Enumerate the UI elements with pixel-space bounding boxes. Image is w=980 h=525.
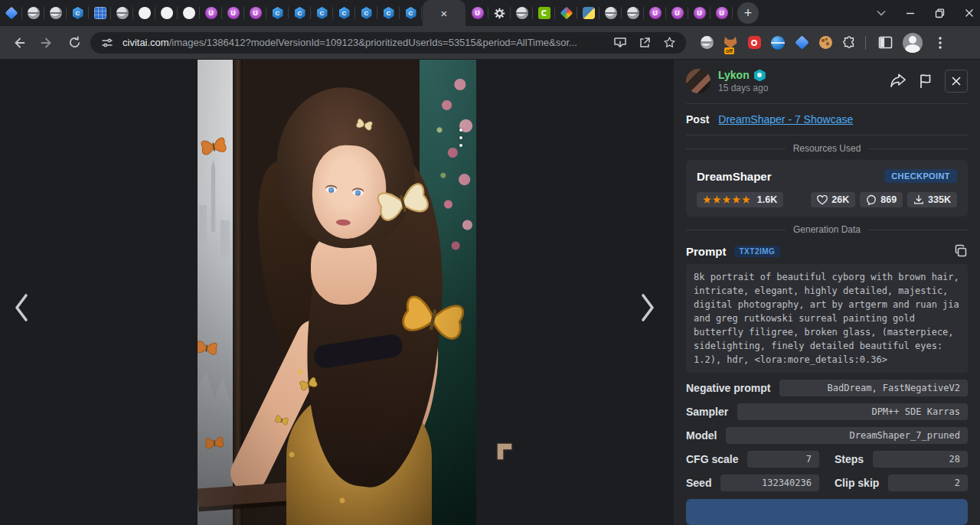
extension-cookie-icon[interactable] bbox=[817, 34, 834, 51]
extension-red-o-icon[interactable] bbox=[746, 34, 763, 51]
pinned-tab[interactable] bbox=[0, 0, 22, 26]
star-icon: ★ bbox=[742, 195, 750, 204]
tab-close-icon[interactable]: × bbox=[436, 6, 452, 21]
copy-generation-data-button[interactable] bbox=[686, 499, 968, 525]
pinned-tab[interactable] bbox=[577, 0, 599, 26]
pinned-tab[interactable]: C bbox=[289, 0, 311, 26]
share-page-icon[interactable] bbox=[635, 34, 654, 52]
forward-icon[interactable] bbox=[35, 31, 58, 54]
install-icon[interactable] bbox=[611, 34, 629, 52]
pinned-tab[interactable]: U bbox=[666, 0, 688, 26]
seed-value[interactable]: 132340236 bbox=[720, 474, 819, 491]
model-value[interactable]: DreamShaper_7_pruned bbox=[726, 427, 968, 444]
bookmark-star-icon[interactable] bbox=[660, 34, 678, 52]
address-bar[interactable]: civitai.com/images/1386412?modelVersionI… bbox=[90, 32, 686, 54]
resources-section-divider: Resources Used bbox=[686, 143, 968, 154]
github-icon bbox=[161, 7, 173, 19]
pinned-tab[interactable]: U bbox=[688, 0, 710, 26]
active-tab[interactable]: × bbox=[423, 0, 466, 26]
next-image-button[interactable] bbox=[631, 291, 665, 324]
url-domain: civitai.com bbox=[122, 37, 169, 48]
side-panel-icon[interactable] bbox=[874, 31, 897, 54]
pinned-tab[interactable] bbox=[22, 0, 44, 26]
pinned-tab[interactable]: U bbox=[222, 0, 244, 26]
browser-menu-icon[interactable] bbox=[929, 31, 952, 54]
civitai-icon: C bbox=[384, 7, 394, 19]
model-label: Model bbox=[686, 429, 717, 442]
pinned-tab[interactable]: U bbox=[244, 0, 266, 26]
negative-prompt-value[interactable]: BadDream, FastNegativeV2 bbox=[779, 380, 968, 396]
pinned-tab[interactable]: C bbox=[266, 0, 289, 26]
extension-globe-icon[interactable] bbox=[698, 34, 715, 51]
steps-value[interactable]: 28 bbox=[873, 451, 968, 468]
extension-fox-icon[interactable]: off bbox=[722, 34, 739, 51]
resource-card[interactable]: DreamShaper CHECKPOINT ★★★★★ 1.6K 26K bbox=[686, 160, 968, 217]
copy-generation-icon[interactable] bbox=[954, 244, 968, 258]
pinned-tab[interactable] bbox=[555, 0, 577, 26]
prompt-text[interactable]: 8k portrait of beautiful cyborg with bro… bbox=[686, 264, 968, 373]
pinned-tab[interactable] bbox=[488, 0, 511, 26]
browser-toolbar: civitai.com/images/1386412?modelVersionI… bbox=[0, 26, 980, 60]
pinned-tab[interactable] bbox=[622, 0, 644, 26]
github-icon bbox=[139, 7, 151, 19]
pinned-tab[interactable]: U bbox=[710, 0, 733, 26]
pinned-tab[interactable]: U bbox=[200, 0, 222, 26]
pinned-tab[interactable]: C bbox=[311, 0, 333, 26]
rating-pill[interactable]: ★★★★★ 1.6K bbox=[697, 192, 783, 207]
pinned-tabs-left: CUUUCCCCCCC bbox=[0, 0, 422, 26]
civitai-icon: C bbox=[295, 7, 305, 19]
likes-pill[interactable]: 26K bbox=[811, 192, 855, 207]
pinned-tab[interactable]: U bbox=[466, 0, 488, 26]
previous-image-button[interactable] bbox=[5, 291, 38, 324]
pinned-tab[interactable] bbox=[511, 0, 533, 26]
clip-skip-value[interactable]: 2 bbox=[888, 474, 968, 491]
downloads-pill[interactable]: 335K bbox=[907, 192, 957, 207]
new-tab-button[interactable]: + bbox=[737, 2, 759, 24]
extensions-puzzle-icon[interactable] bbox=[841, 34, 858, 51]
post-link[interactable]: DreamShaper - 7 Showcase bbox=[718, 113, 853, 126]
pinned-tab[interactable]: C bbox=[400, 0, 422, 26]
pinned-tab[interactable] bbox=[111, 0, 133, 26]
pinned-tab[interactable]: U bbox=[644, 0, 666, 26]
pinned-tab[interactable] bbox=[155, 0, 178, 26]
restore-icon[interactable] bbox=[935, 8, 945, 18]
pinned-tab[interactable] bbox=[178, 0, 200, 26]
sampler-value[interactable]: DPM++ SDE Karras bbox=[737, 403, 968, 420]
close-window-icon[interactable] bbox=[965, 8, 974, 18]
profile-avatar-icon[interactable] bbox=[901, 31, 924, 54]
pinned-tab[interactable]: C bbox=[67, 0, 89, 26]
image-viewer-photo[interactable] bbox=[198, 60, 476, 525]
comments-pill[interactable]: 869 bbox=[860, 192, 903, 207]
pinned-tab[interactable]: C bbox=[355, 0, 377, 26]
pinned-tab[interactable] bbox=[133, 0, 155, 26]
reload-icon[interactable] bbox=[63, 31, 86, 54]
back-icon[interactable] bbox=[8, 31, 31, 54]
extension-sphere-icon[interactable] bbox=[769, 34, 786, 51]
steps-label: Steps bbox=[835, 453, 864, 465]
pinned-tab[interactable] bbox=[44, 0, 67, 26]
image-options-menu[interactable] bbox=[456, 127, 466, 148]
pinned-tab[interactable] bbox=[599, 0, 622, 26]
pinned-tab[interactable]: C bbox=[377, 0, 400, 26]
heart-icon bbox=[817, 195, 828, 205]
negative-prompt-label: Negative prompt bbox=[686, 382, 770, 394]
resource-name[interactable]: DreamShaper bbox=[697, 170, 772, 183]
user-avatar[interactable] bbox=[686, 69, 710, 93]
pinned-tab[interactable] bbox=[89, 0, 111, 26]
pinned-tab[interactable] bbox=[533, 0, 555, 26]
seed-row: Seed 132340236 bbox=[686, 474, 819, 491]
python-icon bbox=[583, 7, 595, 19]
report-flag-icon[interactable] bbox=[919, 73, 933, 89]
comment-icon bbox=[866, 194, 877, 205]
verified-badge-icon bbox=[754, 69, 766, 81]
close-viewer-button[interactable] bbox=[945, 70, 968, 93]
minimize-icon[interactable] bbox=[906, 8, 915, 18]
tab-search-chevron-icon[interactable] bbox=[877, 10, 886, 16]
site-info-icon[interactable] bbox=[98, 34, 116, 52]
extension-gem-icon[interactable] bbox=[793, 34, 810, 51]
pinned-tab[interactable]: C bbox=[333, 0, 355, 26]
share-icon[interactable] bbox=[890, 73, 906, 89]
username-link[interactable]: Lykon bbox=[718, 69, 750, 81]
cfg-scale-value[interactable]: 7 bbox=[747, 451, 819, 468]
url-text[interactable]: civitai.com/images/1386412?modelVersionI… bbox=[122, 37, 605, 48]
